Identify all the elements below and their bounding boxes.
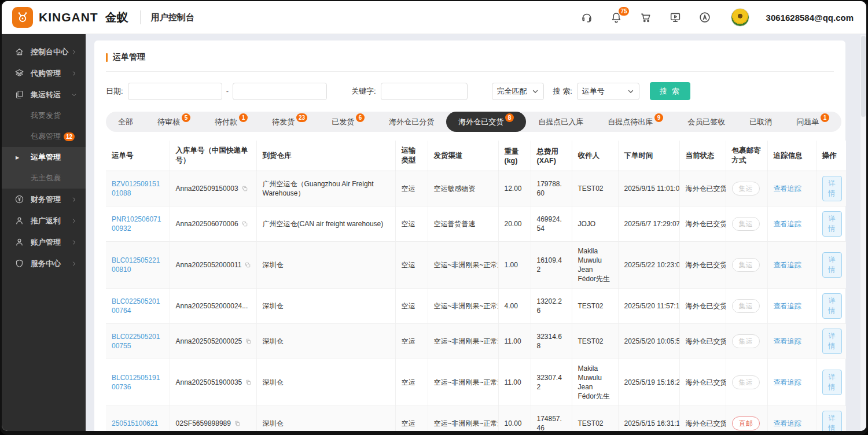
- brand-name: KINGANT: [39, 10, 98, 24]
- waybill-number-link[interactable]: BLC02250520100755: [112, 333, 160, 350]
- sidebar-subitem-ship-now[interactable]: 我要发货: [2, 105, 86, 126]
- sidebar-subitem-waybill-management[interactable]: ▶运单管理: [2, 147, 86, 168]
- scrollbar-thumb[interactable]: [861, 36, 866, 117]
- notification-badge: 75: [619, 7, 628, 16]
- waybill-number-link[interactable]: BZV01250915101088: [112, 180, 160, 197]
- tab-自提点已入库[interactable]: 自提点已入库: [526, 112, 595, 132]
- transport-type-cell: 空运: [395, 242, 428, 289]
- sidebar-item-consolidation-transfer[interactable]: 集运转运: [2, 84, 86, 105]
- sidebar-item-console-center[interactable]: 控制台中心: [2, 41, 86, 62]
- waybill-number-link[interactable]: PNR10250607100932: [112, 215, 161, 233]
- recipient-cell: TEST02: [572, 289, 618, 324]
- copy-icon[interactable]: [234, 420, 241, 427]
- detail-button[interactable]: 详情: [822, 293, 842, 319]
- view-tracking-link[interactable]: 查看追踪: [774, 220, 801, 228]
- transport-type-cell: 空运: [395, 359, 428, 406]
- view-tracking-link[interactable]: 查看追踪: [774, 337, 801, 345]
- inbound-number: Anna2025052000025: [176, 337, 242, 346]
- view-tracking-link[interactable]: 查看追踪: [774, 185, 801, 193]
- search-button[interactable]: 搜 索: [650, 82, 690, 100]
- waybill-number-link[interactable]: BLC01250522100810: [112, 256, 160, 274]
- cart-icon[interactable]: [639, 10, 653, 24]
- copy-icon[interactable]: [245, 338, 252, 345]
- view-tracking-link[interactable]: 查看追踪: [774, 419, 801, 427]
- chevron-down-icon: [528, 88, 539, 95]
- waybill-number-link[interactable]: BLC01250519100736: [112, 374, 160, 391]
- mail-method-badge: 集运: [732, 334, 760, 348]
- status-cell: 海外仓已交货: [679, 171, 726, 207]
- view-tracking-link[interactable]: 查看追踪: [774, 378, 801, 386]
- sidebar-subitem-package-management[interactable]: 包裹管理12: [2, 126, 86, 147]
- keyword-label: 关键字:: [351, 86, 376, 97]
- recipient-cell: Makila Muwulu Jean Fédor先生: [572, 359, 618, 406]
- waybill-number-link[interactable]: 250515100621: [112, 419, 158, 427]
- title-divider: [106, 71, 834, 72]
- search-type-select[interactable]: 运单号: [577, 83, 639, 100]
- status-cell: 海外仓已交货: [679, 359, 726, 406]
- date-to-input[interactable]: [233, 83, 327, 100]
- sidebar-subitem-unclaimed-packages[interactable]: 无主包裹: [2, 168, 86, 189]
- sidebar-item-service-center[interactable]: 服务中心: [2, 253, 86, 274]
- keyword-input[interactable]: [381, 83, 468, 100]
- copy-icon[interactable]: [241, 185, 248, 192]
- sidebar-subitem-label: 运单管理: [31, 152, 61, 163]
- detail-button[interactable]: 详情: [822, 329, 842, 354]
- copy-icon[interactable]: [241, 220, 248, 227]
- weight-cell: 1.00: [498, 242, 531, 289]
- tab-海外仓已分货[interactable]: 海外仓已分货: [377, 112, 446, 132]
- title-accent-bar: [106, 53, 108, 62]
- shield-icon: [14, 259, 24, 268]
- sidebar-item-purchasing-management[interactable]: 代购管理: [2, 62, 86, 84]
- date-from-input[interactable]: [128, 83, 222, 100]
- count-badge: 1: [821, 113, 829, 122]
- recipient-cell: TEST02: [572, 406, 618, 432]
- count-badge: 9: [654, 113, 663, 122]
- tab-问题单[interactable]: 问题单1: [784, 112, 841, 132]
- brand[interactable]: KINGANT金蚁: [12, 7, 128, 28]
- count-badge: 8: [505, 113, 514, 122]
- view-tracking-link[interactable]: 查看追踪: [774, 302, 801, 310]
- chevron-right-icon: [71, 260, 78, 267]
- detail-button[interactable]: 详情: [822, 411, 842, 431]
- view-tracking-link[interactable]: 查看追踪: [774, 261, 801, 269]
- detail-button[interactable]: 详情: [822, 176, 842, 201]
- detail-button[interactable]: 详情: [822, 211, 842, 237]
- tab-已发货[interactable]: 已发货6: [319, 112, 377, 132]
- tab-待付款[interactable]: 待付款1: [203, 112, 260, 132]
- weight-cell: 12.00: [498, 171, 531, 207]
- scrollbar-track[interactable]: [860, 35, 866, 431]
- user-email[interactable]: 3061628584@qq.com: [766, 13, 854, 23]
- language-icon[interactable]: [698, 10, 712, 24]
- count-badge: 5: [182, 113, 190, 122]
- bell-icon[interactable]: 75: [609, 10, 623, 24]
- chevron-right-icon: [71, 218, 78, 224]
- customer-service-icon[interactable]: [580, 10, 594, 24]
- sidebar-item-referral-rebate[interactable]: 推广返利: [2, 210, 86, 231]
- sidebar: 控制台中心代购管理集运转运我要发货包裹管理12▶运单管理无主包裹财务管理推广返利…: [2, 34, 86, 431]
- detail-button[interactable]: 详情: [822, 370, 842, 395]
- channel-cell: 空运~非洲刚果~正常速度: [428, 324, 498, 359]
- tab-全部[interactable]: 全部: [106, 112, 145, 132]
- tab-待发货[interactable]: 待发货23: [260, 112, 319, 132]
- table-row: BLC02250520100755Anna2025052000025深圳仓空运空…: [106, 324, 846, 359]
- copy-icon[interactable]: [244, 261, 251, 268]
- weight-cell: 11.00: [498, 324, 531, 359]
- match-mode-select[interactable]: 完全匹配: [492, 83, 544, 100]
- copy-icon[interactable]: [245, 379, 252, 386]
- tab-自提点待出库[interactable]: 自提点待出库9: [595, 112, 675, 132]
- sidebar-item-label: 服务中心: [31, 259, 61, 269]
- tab-已取消[interactable]: 已取消: [737, 112, 784, 132]
- waybill-number-link[interactable]: BLC02250520100764: [112, 297, 160, 315]
- tab-海外仓已交货[interactable]: 海外仓已交货8: [446, 112, 526, 132]
- user-avatar[interactable]: [731, 8, 749, 27]
- tab-会员已签收[interactable]: 会员已签收: [675, 112, 737, 132]
- count-badge: 12: [64, 132, 75, 141]
- video-tutorial-icon[interactable]: [668, 10, 682, 24]
- tab-待审核[interactable]: 待审核5: [145, 112, 203, 132]
- sidebar-item-finance-management[interactable]: 财务管理: [2, 189, 86, 210]
- column-header: 操作: [816, 141, 846, 171]
- sidebar-item-account-management[interactable]: 账户管理: [2, 231, 86, 253]
- column-header: 包裹邮寄方式: [726, 141, 767, 171]
- detail-button[interactable]: 详情: [822, 252, 842, 278]
- window-frame: KINGANT金蚁 用户控制台 753061628584@qq.com 控制台中…: [0, 0, 868, 435]
